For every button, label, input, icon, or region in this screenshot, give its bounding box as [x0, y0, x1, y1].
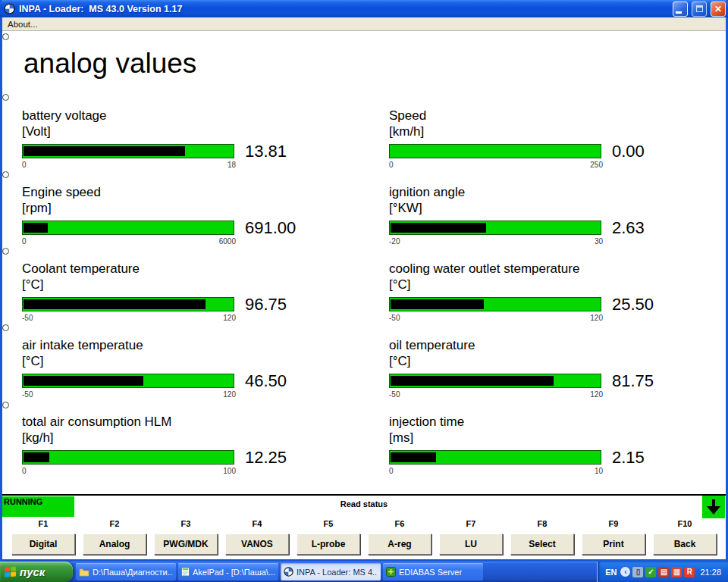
system-tray: EN ‹▯✓▤▥R 21:28 — [597, 562, 728, 582]
gauge-injection-time: injection time[ms]2.15010 — [389, 414, 654, 490]
language-indicator[interactable]: EN — [605, 568, 617, 577]
gauge-max-label: 120 — [223, 390, 236, 399]
fkey-label-f4: F4 — [225, 519, 289, 528]
taskbar-task-akelpad-d[interactable]: AkelPad - [D:\Паша\... — [178, 563, 278, 580]
gauge-bar-fill — [391, 299, 484, 309]
close-button[interactable]: ✕ — [711, 2, 726, 17]
softkey-lu[interactable]: LU — [439, 534, 503, 555]
red-book-icon[interactable]: ▥ — [671, 567, 682, 577]
collapse-chevron-icon[interactable]: ‹ — [620, 567, 630, 577]
close-icon: ✕ — [714, 5, 722, 14]
gauge-ignition-angle: ignition angle[°KW]2.63-2030 — [389, 184, 654, 261]
gauge-bar-fill — [391, 452, 436, 462]
tray-icons: ‹▯✓▤▥R — [620, 567, 695, 577]
fkey-label-f7: F7 — [439, 519, 503, 528]
fkey-label-f5: F5 — [297, 519, 360, 528]
gauge-min-label: -50 — [389, 390, 400, 399]
gauge-label: Engine speed — [22, 184, 389, 200]
menu-about[interactable]: About... — [2, 19, 43, 30]
gauge-unit: [rpm] — [22, 200, 389, 216]
softkey-pwg-mdk[interactable]: PWG/MDK — [154, 534, 218, 555]
gauge-bar — [22, 297, 234, 311]
gauge-air-intake-temperatue: air intake temperatue[°C]46.50-50120 — [22, 337, 389, 414]
red-badge-icon[interactable]: R — [684, 567, 695, 577]
gauge-unit: [km/h] — [389, 124, 654, 139]
task-label: INPA - Loader: MS 4... — [297, 568, 378, 577]
gauge-value: 2.63 — [612, 218, 645, 238]
gauge-unit: [°C] — [22, 353, 389, 369]
gauge-battery-voltage: battery voltage[Volt]13.81018 — [22, 108, 389, 184]
margin-marker-icon — [2, 33, 9, 40]
margin-marker-icon — [2, 324, 9, 331]
gauge-max-label: 120 — [223, 314, 236, 322]
softkey-digital[interactable]: Digital — [11, 534, 75, 555]
gauge-max-label: 10 — [595, 467, 603, 475]
softkey-select[interactable]: Select — [510, 534, 574, 555]
status-region: RUNNING Read status F1F2F3F4F5F6F7F8F9F1… — [2, 494, 726, 559]
inpa-window: INPA - Loader: MS 43.0 Version 1.17 ✕ Ab… — [0, 0, 728, 562]
softkey-l-probe[interactable]: L-probe — [297, 534, 360, 555]
gauge-bar — [389, 221, 601, 235]
gauge-max-label: 6000 — [219, 237, 236, 246]
margin-marker-icon — [2, 171, 9, 178]
windows-logo-icon — [5, 566, 16, 577]
folder-icon — [79, 568, 89, 577]
gauge-min-label: -50 — [22, 390, 33, 399]
page-title: analog values — [24, 48, 726, 80]
gauge-label: injection time — [389, 414, 654, 430]
fkey-label-f10: F10 — [653, 519, 717, 528]
ediabas-icon — [386, 567, 396, 577]
gauge-min-label: 0 — [22, 467, 27, 475]
gauge-bar-fill — [24, 223, 48, 233]
fkey-label-f9: F9 — [582, 519, 645, 528]
softkey-back[interactable]: Back — [653, 534, 717, 555]
start-button[interactable]: пуск — [0, 562, 73, 582]
gauge-min-label: 0 — [389, 467, 394, 475]
device-icon[interactable]: ▯ — [632, 567, 643, 577]
softkey-print[interactable]: Print — [582, 534, 645, 555]
gauge-bar — [22, 450, 234, 465]
softkey-analog[interactable]: Analog — [83, 534, 146, 555]
gauge-bar — [22, 144, 234, 158]
antivirus-icon[interactable]: ✓ — [645, 567, 656, 577]
gauge-value: 81.75 — [612, 371, 654, 391]
taskbar-task-inpa-loader-ms-4[interactable]: INPA - Loader: MS 4... — [281, 563, 381, 580]
gauge-value: 0.00 — [612, 142, 645, 161]
gauge-column-right: Speed[km/h]0.000250ignition angle[°KW]2.… — [389, 108, 654, 490]
gauge-bar — [22, 221, 234, 235]
down-arrow-icon — [707, 499, 720, 515]
margin-marker-icon — [2, 402, 9, 408]
gauge-max-label: 18 — [228, 161, 236, 169]
softkey-vanos[interactable]: VANOS — [225, 534, 289, 555]
gauge-min-label: 0 — [389, 161, 394, 169]
margin-marker-icon — [2, 94, 9, 101]
maximize-button[interactable] — [692, 2, 707, 17]
minimize-button[interactable] — [673, 2, 688, 17]
red-tool-icon[interactable]: ▤ — [658, 567, 669, 577]
scroll-down-button[interactable] — [702, 496, 725, 518]
softkey-a-reg[interactable]: A-reg — [368, 534, 431, 555]
task-label: EDIABAS Server — [399, 568, 462, 577]
gauge-max-label: 100 — [223, 467, 236, 475]
fkey-label-f3: F3 — [154, 519, 218, 528]
function-key-row: F1F2F3F4F5F6F7F8F9F10 — [11, 519, 717, 528]
gauge-min-label: 0 — [22, 237, 27, 246]
gauge-min-label: -50 — [389, 314, 400, 322]
task-label: D:\Паша\Диагности... — [93, 568, 173, 577]
title-bar[interactable]: INPA - Loader: MS 43.0 Version 1.17 ✕ — [0, 0, 728, 17]
taskbar-task-d[interactable]: D:\Паша\Диагности... — [76, 563, 176, 580]
taskbar-task-ediabas-server[interactable]: EDIABAS Server — [383, 563, 483, 580]
gauge-bar — [389, 374, 601, 388]
gauge-bar-fill — [24, 146, 185, 156]
gauge-max-label: 250 — [590, 161, 603, 169]
gauge-unit: [ms] — [389, 430, 654, 446]
gauge-oil-temperature: oil temperature[°C]81.75-50120 — [389, 337, 654, 414]
bmw-roundel-icon — [284, 567, 293, 577]
akelpad-icon — [181, 567, 190, 577]
gauge-max-label: 30 — [595, 237, 603, 246]
gauge-unit: [kg/h] — [22, 430, 389, 446]
gauge-unit: [°KW] — [389, 200, 654, 216]
fkey-label-f1: F1 — [11, 519, 75, 528]
main-content: analog values battery voltage[Volt]13.81… — [2, 31, 726, 494]
gauge-bar — [389, 297, 601, 311]
